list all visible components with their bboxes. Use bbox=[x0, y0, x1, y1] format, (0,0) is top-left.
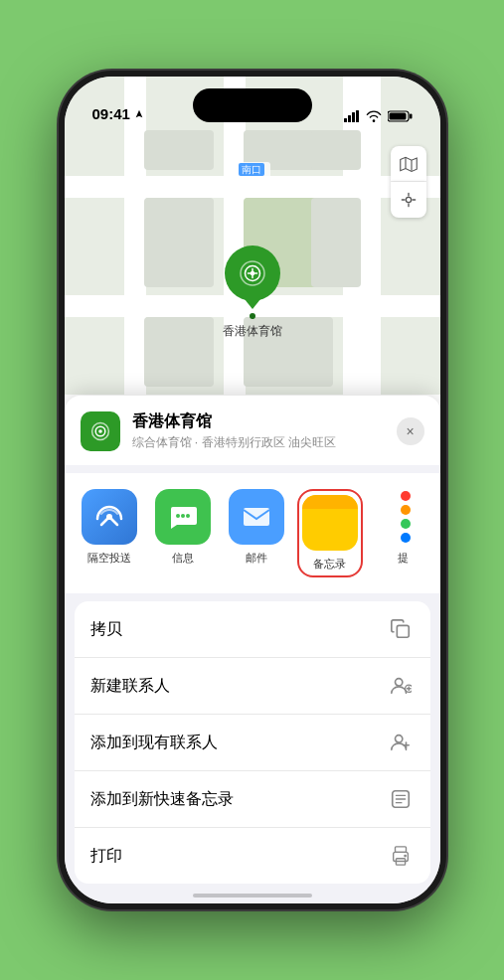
svg-rect-2 bbox=[352, 112, 355, 122]
location-info: 香港体育馆 综合体育馆 · 香港特别行政区 油尖旺区 bbox=[132, 411, 385, 451]
share-item-mail[interactable]: 邮件 bbox=[224, 489, 289, 577]
battery-icon bbox=[388, 110, 413, 122]
airdrop-label: 隔空投送 bbox=[87, 551, 131, 566]
share-row: 隔空投送 信息 bbox=[65, 473, 440, 593]
signal-icon bbox=[344, 110, 360, 122]
map-block1 bbox=[144, 130, 214, 170]
location-header: 香港体育馆 综合体育馆 · 香港特别行政区 油尖旺区 × bbox=[65, 396, 440, 465]
action-text-add-existing: 添加到现有联系人 bbox=[90, 733, 218, 753]
map-block3 bbox=[144, 198, 214, 287]
person-add-icon bbox=[387, 729, 415, 756]
pin-circle bbox=[225, 245, 280, 301]
action-item-copy[interactable]: 拷贝 bbox=[75, 601, 430, 658]
svg-point-27 bbox=[404, 855, 407, 858]
mail-icon bbox=[229, 489, 284, 545]
svg-point-7 bbox=[406, 197, 411, 202]
map-type-button[interactable] bbox=[391, 146, 426, 182]
action-text-quick-note: 添加到新快速备忘录 bbox=[90, 789, 234, 810]
action-item-quick-note[interactable]: 添加到新快速备忘录 bbox=[75, 771, 430, 828]
location-icon bbox=[81, 411, 120, 451]
pin-label: 香港体育馆 bbox=[223, 323, 282, 340]
message-label: 信息 bbox=[172, 551, 194, 566]
status-icons bbox=[344, 110, 413, 122]
map-block5 bbox=[144, 317, 214, 387]
notes-label: 备忘录 bbox=[313, 557, 346, 572]
location-button[interactable] bbox=[391, 182, 426, 218]
message-icon bbox=[155, 489, 211, 545]
share-item-notes[interactable]: 备忘录 bbox=[297, 489, 363, 577]
svg-rect-18 bbox=[244, 508, 269, 526]
action-item-add-existing[interactable]: 添加到现有联系人 bbox=[75, 715, 430, 771]
svg-point-20 bbox=[395, 679, 402, 686]
svg-rect-24 bbox=[395, 847, 406, 853]
notes-icon bbox=[302, 495, 358, 551]
person-plus-icon bbox=[387, 672, 415, 700]
svg-point-10 bbox=[250, 271, 254, 276]
more-dots-icon bbox=[401, 491, 411, 543]
svg-point-15 bbox=[176, 514, 180, 518]
more-label: 提 bbox=[398, 551, 409, 566]
action-text-copy: 拷贝 bbox=[90, 619, 122, 640]
action-text-print: 打印 bbox=[90, 846, 122, 867]
copy-icon bbox=[387, 615, 415, 643]
action-list: 拷贝 新建联系人 bbox=[75, 601, 430, 884]
action-text-new-contact: 新建联系人 bbox=[90, 676, 170, 697]
dynamic-island bbox=[193, 88, 312, 122]
location-name: 香港体育馆 bbox=[132, 411, 385, 432]
share-item-more[interactable]: 提 bbox=[371, 489, 436, 577]
svg-rect-5 bbox=[410, 114, 413, 119]
map-block8 bbox=[311, 198, 361, 287]
print-icon bbox=[387, 842, 415, 870]
share-item-airdrop[interactable]: 隔空投送 bbox=[77, 489, 142, 577]
phone-screen: 09:41 bbox=[65, 77, 440, 903]
svg-rect-6 bbox=[389, 113, 406, 120]
svg-rect-1 bbox=[348, 115, 351, 122]
mail-label: 邮件 bbox=[246, 551, 267, 566]
svg-rect-0 bbox=[344, 118, 347, 122]
map-road-h1 bbox=[65, 176, 440, 198]
svg-point-16 bbox=[181, 514, 185, 518]
pin-dot bbox=[250, 313, 255, 319]
action-item-print[interactable]: 打印 bbox=[75, 828, 430, 884]
svg-point-17 bbox=[186, 514, 190, 518]
wifi-icon bbox=[366, 110, 382, 122]
svg-point-22 bbox=[395, 735, 402, 742]
svg-point-13 bbox=[98, 429, 102, 433]
map-block7 bbox=[311, 130, 361, 170]
phone-frame: 09:41 bbox=[59, 71, 446, 909]
location-subtitle: 综合体育馆 · 香港特别行政区 油尖旺区 bbox=[132, 434, 385, 451]
location-arrow-icon bbox=[134, 109, 144, 119]
svg-rect-3 bbox=[356, 110, 359, 122]
svg-rect-19 bbox=[397, 625, 409, 637]
map-pin: 香港体育馆 bbox=[223, 245, 282, 340]
action-item-new-contact[interactable]: 新建联系人 bbox=[75, 658, 430, 715]
south-entrance-label: 南口 bbox=[235, 162, 270, 178]
status-time: 09:41 bbox=[92, 105, 130, 122]
map-controls bbox=[391, 146, 426, 218]
note-icon bbox=[387, 785, 415, 813]
close-button[interactable]: × bbox=[397, 417, 424, 445]
home-indicator bbox=[193, 894, 312, 898]
share-item-message[interactable]: 信息 bbox=[150, 489, 216, 577]
bottom-sheet: 香港体育馆 综合体育馆 · 香港特别行政区 油尖旺区 × bbox=[65, 396, 440, 903]
airdrop-icon bbox=[82, 489, 137, 545]
